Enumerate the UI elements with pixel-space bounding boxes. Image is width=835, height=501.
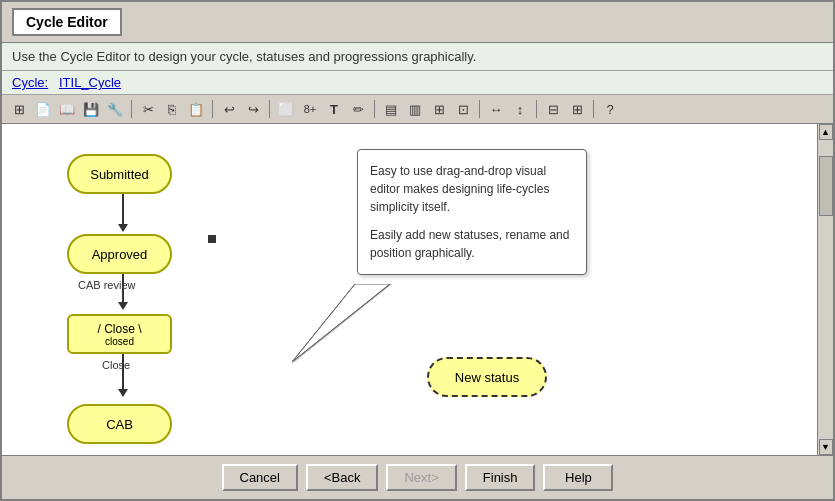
expand-button[interactable]: ⊞ xyxy=(566,98,588,120)
arrow-line-3 xyxy=(122,354,124,389)
separator-2 xyxy=(212,100,213,118)
scrollbar-up-arrow[interactable]: ▲ xyxy=(819,124,833,140)
back-button[interactable]: <Back xyxy=(306,464,379,491)
handle-br xyxy=(210,237,216,243)
cut-button[interactable]: ✂ xyxy=(137,98,159,120)
arrow-head-2 xyxy=(118,302,128,310)
arrow-line-1 xyxy=(122,194,124,224)
svg-line-2 xyxy=(292,284,355,362)
node-close-label: / Close \ xyxy=(97,322,141,336)
node-new-status-label: New status xyxy=(455,370,519,385)
footer: Cancel <Back Next> Finish Help xyxy=(2,455,833,499)
scrollbar-thumb[interactable] xyxy=(819,156,833,216)
info-bar: Use the Cycle Editor to design your cycl… xyxy=(2,43,833,71)
node-submitted-label: Submitted xyxy=(90,167,149,182)
copy-button[interactable]: ⎘ xyxy=(161,98,183,120)
callout-tail xyxy=(292,284,392,364)
new-button[interactable]: ⊞ xyxy=(8,98,30,120)
separator-3 xyxy=(269,100,270,118)
arrow-close-cab xyxy=(118,354,128,397)
grid-button[interactable]: ⊞ xyxy=(428,98,450,120)
arrow-line-2 xyxy=(122,274,124,302)
node-approved[interactable]: Approved xyxy=(67,234,172,274)
rect-button[interactable]: ⬜ xyxy=(275,98,297,120)
svg-line-3 xyxy=(292,284,390,362)
cycle-label-text: Cycle: xyxy=(12,75,48,90)
node-submitted[interactable]: Submitted xyxy=(67,154,172,194)
fit-h-button[interactable]: ↔ xyxy=(485,98,507,120)
scrollbar-vertical[interactable]: ▲ ▼ xyxy=(817,124,833,455)
title-bar: Cycle Editor xyxy=(2,2,833,43)
svg-marker-0 xyxy=(292,284,392,364)
main-window: Cycle Editor Use the Cycle Editor to des… xyxy=(0,0,835,501)
text-button[interactable]: T xyxy=(323,98,345,120)
next-button[interactable]: Next> xyxy=(386,464,456,491)
arrow-submitted-approved xyxy=(118,194,128,232)
separator-7 xyxy=(593,100,594,118)
cancel-button[interactable]: Cancel xyxy=(222,464,298,491)
separator-4 xyxy=(374,100,375,118)
cycle-label-row: Cycle: ITIL_Cycle xyxy=(2,71,833,95)
main-area: Submitted Approved CAB review / Close \ xyxy=(2,124,833,455)
paste-button[interactable]: 📋 xyxy=(185,98,207,120)
separator-1 xyxy=(131,100,132,118)
table-button[interactable]: ⊡ xyxy=(452,98,474,120)
info-description: Use the Cycle Editor to design your cycl… xyxy=(12,49,476,64)
arrow-head-1 xyxy=(118,224,128,232)
node-close-sublabel: closed xyxy=(105,336,134,347)
toolbar: ⊞ 📄 📖 💾 🔧 ✂ ⎘ 📋 ↩ ↪ ⬜ 8+ T ✏ ▤ ▥ ⊞ ⊡ ↔ ↕… xyxy=(2,95,833,124)
node-close[interactable]: / Close \ closed xyxy=(67,314,172,354)
node-cab[interactable]: CAB xyxy=(67,404,172,444)
add-button[interactable]: 8+ xyxy=(299,98,321,120)
callout-text-1: Easy to use drag-and-drop visual editor … xyxy=(370,162,574,216)
fit-v-button[interactable]: ↕ xyxy=(509,98,531,120)
help-button[interactable]: ? xyxy=(599,98,621,120)
help-footer-button[interactable]: Help xyxy=(543,464,613,491)
finish-button[interactable]: Finish xyxy=(465,464,536,491)
node-cab-label: CAB xyxy=(106,417,133,432)
tool-button[interactable]: 🔧 xyxy=(104,98,126,120)
open-button[interactable]: 📄 xyxy=(32,98,54,120)
separator-5 xyxy=(479,100,480,118)
collapse-button[interactable]: ⊟ xyxy=(542,98,564,120)
undo-button[interactable]: ↩ xyxy=(218,98,240,120)
node-new-status[interactable]: New status xyxy=(427,357,547,397)
scrollbar-down-arrow[interactable]: ▼ xyxy=(819,439,833,455)
redo-button[interactable]: ↪ xyxy=(242,98,264,120)
align-left-button[interactable]: ▤ xyxy=(380,98,402,120)
window-title: Cycle Editor xyxy=(12,8,122,36)
separator-6 xyxy=(536,100,537,118)
callout-box: Easy to use drag-and-drop visual editor … xyxy=(357,149,587,275)
align-center-button[interactable]: ▥ xyxy=(404,98,426,120)
arrow-approved-close xyxy=(118,274,128,310)
node-approved-label: Approved xyxy=(92,247,148,262)
book-button[interactable]: 📖 xyxy=(56,98,78,120)
pencil-button[interactable]: ✏ xyxy=(347,98,369,120)
arrow-head-3 xyxy=(118,389,128,397)
cycle-name-link[interactable]: ITIL_Cycle xyxy=(59,75,121,90)
callout-text-2: Easily add new statuses, rename and posi… xyxy=(370,226,574,262)
save-button[interactable]: 💾 xyxy=(80,98,102,120)
diagram-canvas[interactable]: Submitted Approved CAB review / Close \ xyxy=(2,124,817,455)
